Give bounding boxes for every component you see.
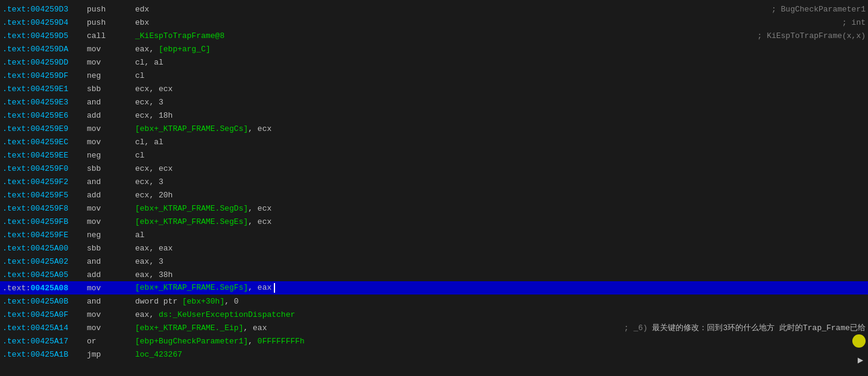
operands-cell: eax, ds:_KeUserExceptionDispatcher (135, 310, 866, 319)
mnemonic-cell: mov (87, 138, 135, 147)
address-cell: .text:004259D4 (2, 18, 87, 27)
table-row[interactable]: .text:004259FBmov[ebx+_KTRAP_FRAME.SegEs… (0, 215, 868, 228)
table-row[interactable]: .text:004259F5addecx, 20h (0, 188, 868, 202)
address-cell: .text:004259E9 (2, 124, 87, 133)
operands-cell: [ebx+_KTRAP_FRAME.SegDs], ecx (135, 204, 866, 213)
operands-cell: ecx, ecx (135, 164, 866, 173)
operands-cell: eax, 38h (135, 270, 866, 279)
operands-cell: loc_423267 (135, 350, 866, 359)
table-row[interactable]: .text:004259DDmovcl, al (0, 56, 868, 69)
table-row[interactable]: .text:004259D4pushebx; int (0, 16, 868, 29)
table-row[interactable]: .text:004259F8mov[ebx+_KTRAP_FRAME.SegDs… (0, 202, 868, 215)
table-row[interactable]: .text:00425A0Banddword ptr [ebx+30h], 0 (0, 295, 868, 308)
address-cell: .text:004259FB (2, 217, 87, 226)
mnemonic-cell: neg (87, 231, 135, 240)
address-cell: .text:00425A17 (2, 337, 87, 346)
table-row[interactable]: .text:004259E1sbbecx, ecx (0, 82, 868, 95)
operands-cell: [ebx+_KTRAP_FRAME.SegCs], ecx (135, 124, 866, 133)
mnemonic-cell: neg (87, 71, 135, 80)
mnemonic-cell: neg (87, 151, 135, 160)
address-cell: .text:004259EE (2, 151, 87, 160)
operands-cell: [ebx+_KTRAP_FRAME._Eip], eax (135, 323, 624, 333)
table-row[interactable]: .text:004259D3pushedx; BugCheckParameter… (0, 2, 868, 16)
comment-cell: ; _6) 最关键的修改：回到3环的什么地方 此时的Trap_Frame已给 (624, 322, 866, 333)
address-cell: .text:004259DF (2, 71, 87, 80)
mnemonic-cell: mov (87, 310, 135, 319)
operands-cell: dword ptr [ebx+30h], 0 (135, 297, 866, 306)
table-row[interactable]: .text:004259EEnegcl (0, 148, 868, 162)
operands-cell: ecx, 3 (135, 177, 866, 186)
address-cell: .text:00425A0B (2, 297, 87, 306)
mnemonic-cell: and (87, 297, 135, 306)
operands-cell: [ebx+_KTRAP_FRAME.SegEs], ecx (135, 217, 866, 226)
address-cell: .text:004259D5 (2, 31, 87, 40)
mnemonic-cell: mov (87, 124, 135, 133)
table-row[interactable]: .text:00425A1Bjmploc_423267 (0, 348, 868, 361)
mnemonic-cell: add (87, 270, 135, 279)
mnemonic-cell: and (87, 98, 135, 107)
operands-cell: eax, eax (135, 244, 866, 253)
address-cell: .text:004259F2 (2, 177, 87, 186)
table-row[interactable]: .text:004259ECmovcl, al (0, 135, 868, 148)
table-row[interactable]: .text:00425A17or[ebp+BugCheckParameter1]… (0, 334, 868, 348)
mnemonic-cell: push (87, 18, 135, 27)
table-row[interactable]: .text:004259DAmoveax, [ebp+arg_C] (0, 42, 868, 56)
table-row[interactable]: .text:00425A02andeax, 3 (0, 255, 868, 268)
address-cell: .text:00425A0F (2, 310, 87, 319)
address-cell: .text:00425A05 (2, 270, 87, 279)
operands-cell: ebx (135, 18, 842, 27)
table-row[interactable]: .text:004259E3andecx, 3 (0, 95, 868, 109)
mnemonic-cell: mov (87, 217, 135, 226)
operands-cell: ecx, ecx (135, 84, 866, 94)
address-cell: .text:004259F0 (2, 164, 87, 173)
table-row[interactable]: .text:004259F0sbbecx, ecx (0, 162, 868, 175)
operands-cell: ecx, 3 (135, 98, 866, 107)
address-cell: .text:004259EC (2, 138, 87, 147)
mnemonic-cell: call (87, 31, 135, 40)
mnemonic-cell: and (87, 177, 135, 186)
operands-cell: al (135, 231, 866, 240)
address-cell: .text:004259DD (2, 58, 87, 67)
operands-cell: ecx, 20h (135, 191, 866, 200)
operands-cell: eax, [ebp+arg_C] (135, 45, 866, 54)
table-row[interactable]: .text:004259FEnegal (0, 228, 868, 241)
table-row[interactable]: .text:004259E9mov[ebx+_KTRAP_FRAME.SegCs… (0, 122, 868, 135)
table-row[interactable]: .text:00425A05addeax, 38h (0, 268, 868, 281)
scroll-arrow-icon: ► (857, 355, 863, 366)
mnemonic-cell: jmp (87, 350, 135, 359)
operands-cell: cl (135, 71, 866, 80)
mnemonic-cell: sbb (87, 164, 135, 173)
text-cursor (274, 283, 275, 293)
mnemonic-cell: mov (87, 45, 135, 54)
mouse-cursor-icon (852, 334, 866, 348)
address-cell: .text:00425A02 (2, 257, 87, 266)
mnemonic-cell: sbb (87, 244, 135, 253)
table-row[interactable]: .text:004259E6addecx, 18h (0, 109, 868, 122)
table-row[interactable]: .text:00425A0Fmoveax, ds:_KeUserExceptio… (0, 308, 868, 321)
mnemonic-cell: or (87, 337, 135, 346)
mnemonic-cell: mov (87, 284, 135, 293)
table-row[interactable]: .text:004259DFnegcl (0, 69, 868, 82)
address-cell: .text:004259E3 (2, 98, 87, 107)
mnemonic-cell: sbb (87, 84, 135, 94)
mnemonic-cell: mov (87, 204, 135, 213)
comment-cell: ; BugCheckParameter1 (771, 5, 866, 14)
operands-cell: cl, al (135, 58, 866, 67)
mnemonic-cell: add (87, 111, 135, 120)
table-row[interactable]: .text:004259D5call_KiEspToTrapFrame@8; K… (0, 29, 868, 42)
table-row[interactable]: .text:004259F2andecx, 3 (0, 175, 868, 188)
address-cell: .text:00425A1B (2, 350, 87, 359)
address-cell: .text:004259FE (2, 231, 87, 240)
table-row[interactable]: .text:00425A14mov[ebx+_KTRAP_FRAME._Eip]… (0, 321, 868, 334)
operands-cell: _KiEspToTrapFrame@8 (135, 31, 758, 40)
address-cell: .text:00425A14 (2, 323, 87, 333)
table-row[interactable]: .text:00425A00sbbeax, eax (0, 241, 868, 255)
operands-cell: [ebp+BugCheckParameter1], 0FFFFFFFFh (135, 337, 847, 346)
address-cell: .text:004259DA (2, 45, 87, 54)
table-row[interactable]: .text:00425A08mov[ebx+_KTRAP_FRAME.SegFs… (0, 281, 868, 295)
comment-cell: ; int (842, 18, 866, 27)
address-cell: .text:00425A00 (2, 244, 87, 253)
operands-cell: cl (135, 151, 866, 160)
mnemonic-cell: add (87, 191, 135, 200)
address-cell: .text:00425A08 (2, 284, 87, 293)
